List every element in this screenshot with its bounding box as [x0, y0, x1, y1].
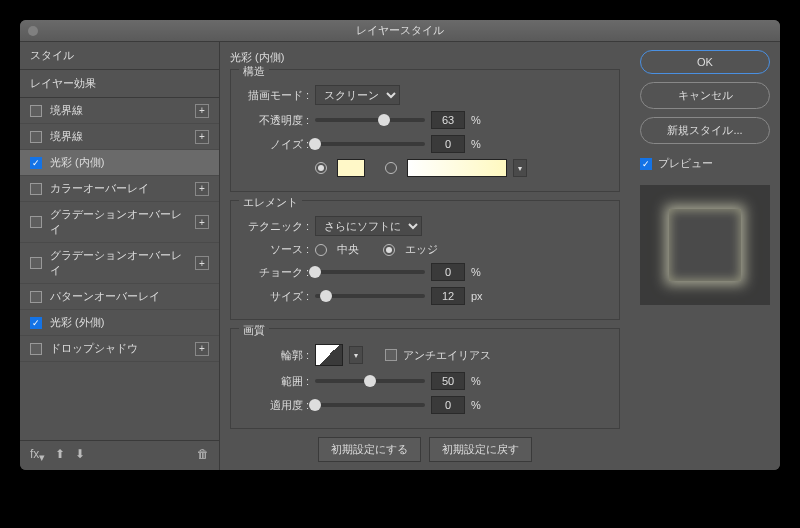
range-input[interactable]	[431, 372, 465, 390]
color-solid-radio[interactable]	[315, 162, 327, 174]
noise-unit: %	[471, 138, 489, 150]
opacity-input[interactable]	[431, 111, 465, 129]
jitter-unit: %	[471, 399, 489, 411]
sidebar-subheader[interactable]: レイヤー効果	[20, 70, 219, 98]
sidebar-footer: fx▾ ⬆ ⬇ 🗑	[20, 440, 219, 470]
preview-label: プレビュー	[658, 156, 713, 171]
close-icon[interactable]	[28, 26, 38, 36]
style-checkbox[interactable]	[30, 131, 42, 143]
noise-input[interactable]	[431, 135, 465, 153]
jitter-input[interactable]	[431, 396, 465, 414]
jitter-label: 適用度 :	[239, 398, 309, 413]
range-unit: %	[471, 375, 489, 387]
choke-slider[interactable]	[315, 270, 425, 274]
style-checkbox[interactable]	[30, 105, 42, 117]
make-default-button[interactable]: 初期設定にする	[318, 437, 421, 462]
add-effect-icon[interactable]: +	[195, 215, 209, 229]
opacity-slider[interactable]	[315, 118, 425, 122]
add-effect-icon[interactable]: +	[195, 256, 209, 270]
fx-icon[interactable]: fx▾	[30, 447, 45, 464]
add-effect-icon[interactable]: +	[195, 182, 209, 196]
style-label: カラーオーバーレイ	[50, 181, 187, 196]
add-effect-icon[interactable]: +	[195, 342, 209, 356]
source-edge-radio[interactable]	[383, 244, 395, 256]
settings-panel: 光彩 (内側) 構造 描画モード : スクリーン 不透明度 : %	[220, 42, 630, 470]
source-label: ソース :	[239, 242, 309, 257]
group-structure: 構造 描画モード : スクリーン 不透明度 : % ノイズ :	[230, 69, 620, 192]
mode-label: 描画モード :	[239, 88, 309, 103]
antialias-label: アンチエイリアス	[403, 348, 491, 363]
style-checkbox[interactable]	[30, 317, 42, 329]
jitter-slider[interactable]	[315, 403, 425, 407]
size-input[interactable]	[431, 287, 465, 305]
new-style-button[interactable]: 新規スタイル...	[640, 117, 770, 144]
group-structure-title: 構造	[239, 64, 269, 79]
style-row-5[interactable]: グラデーションオーバーレイ+	[20, 243, 219, 284]
opacity-label: 不透明度 :	[239, 113, 309, 128]
group-elements: エレメント テクニック : さらにソフトに ソース : 中央 エッジ	[230, 200, 620, 320]
style-label: 光彩 (内側)	[50, 155, 209, 170]
panel-title: 光彩 (内側)	[230, 50, 620, 65]
style-label: グラデーションオーバーレイ	[50, 248, 187, 278]
size-unit: px	[471, 290, 489, 302]
sidebar-header: スタイル	[20, 42, 219, 70]
contour-dropdown-icon[interactable]: ▾	[349, 346, 363, 364]
contour-swatch[interactable]	[315, 344, 343, 366]
source-edge-label: エッジ	[405, 242, 438, 257]
trash-icon[interactable]: 🗑	[197, 447, 209, 464]
arrow-up-icon[interactable]: ⬆	[55, 447, 65, 464]
size-label: サイズ :	[239, 289, 309, 304]
style-row-7[interactable]: 光彩 (外側)	[20, 310, 219, 336]
gradient-dropdown-icon[interactable]: ▾	[513, 159, 527, 177]
style-label: 境界線	[50, 103, 187, 118]
style-checkbox[interactable]	[30, 291, 42, 303]
style-row-6[interactable]: パターンオーバーレイ	[20, 284, 219, 310]
style-row-1[interactable]: 境界線+	[20, 124, 219, 150]
style-label: グラデーションオーバーレイ	[50, 207, 187, 237]
mode-select[interactable]: スクリーン	[315, 85, 400, 105]
style-label: パターンオーバーレイ	[50, 289, 209, 304]
styles-sidebar: スタイル レイヤー効果 境界線+境界線+光彩 (内側)カラーオーバーレイ+グラデ…	[20, 42, 220, 470]
noise-slider[interactable]	[315, 142, 425, 146]
style-row-4[interactable]: グラデーションオーバーレイ+	[20, 202, 219, 243]
antialias-checkbox[interactable]	[385, 349, 397, 361]
style-checkbox[interactable]	[30, 257, 42, 269]
range-slider[interactable]	[315, 379, 425, 383]
arrow-down-icon[interactable]: ⬇	[75, 447, 85, 464]
style-row-2[interactable]: 光彩 (内側)	[20, 150, 219, 176]
group-elements-title: エレメント	[239, 195, 302, 210]
style-row-0[interactable]: 境界線+	[20, 98, 219, 124]
right-panel: OK キャンセル 新規スタイル... プレビュー	[630, 42, 780, 470]
preview-thumbnail	[640, 185, 770, 305]
group-quality: 画質 輪郭 : ▾ アンチエイリアス 範囲 : %	[230, 328, 620, 429]
style-checkbox[interactable]	[30, 183, 42, 195]
color-swatch[interactable]	[337, 159, 365, 177]
opacity-unit: %	[471, 114, 489, 126]
style-checkbox[interactable]	[30, 216, 42, 228]
add-effect-icon[interactable]: +	[195, 104, 209, 118]
style-label: 光彩 (外側)	[50, 315, 209, 330]
choke-input[interactable]	[431, 263, 465, 281]
style-checkbox[interactable]	[30, 157, 42, 169]
titlebar[interactable]: レイヤースタイル	[20, 20, 780, 42]
gradient-swatch[interactable]	[407, 159, 507, 177]
reset-default-button[interactable]: 初期設定に戻す	[429, 437, 532, 462]
color-gradient-radio[interactable]	[385, 162, 397, 174]
style-row-8[interactable]: ドロップシャドウ+	[20, 336, 219, 362]
technique-select[interactable]: さらにソフトに	[315, 216, 422, 236]
cancel-button[interactable]: キャンセル	[640, 82, 770, 109]
choke-unit: %	[471, 266, 489, 278]
preview-checkbox[interactable]	[640, 158, 652, 170]
noise-label: ノイズ :	[239, 137, 309, 152]
style-label: ドロップシャドウ	[50, 341, 187, 356]
source-center-label: 中央	[337, 242, 359, 257]
style-label: 境界線	[50, 129, 187, 144]
add-effect-icon[interactable]: +	[195, 130, 209, 144]
style-checkbox[interactable]	[30, 343, 42, 355]
style-row-3[interactable]: カラーオーバーレイ+	[20, 176, 219, 202]
source-center-radio[interactable]	[315, 244, 327, 256]
size-slider[interactable]	[315, 294, 425, 298]
contour-label: 輪郭 :	[239, 348, 309, 363]
ok-button[interactable]: OK	[640, 50, 770, 74]
layer-style-dialog: レイヤースタイル スタイル レイヤー効果 境界線+境界線+光彩 (内側)カラーオ…	[20, 20, 780, 470]
